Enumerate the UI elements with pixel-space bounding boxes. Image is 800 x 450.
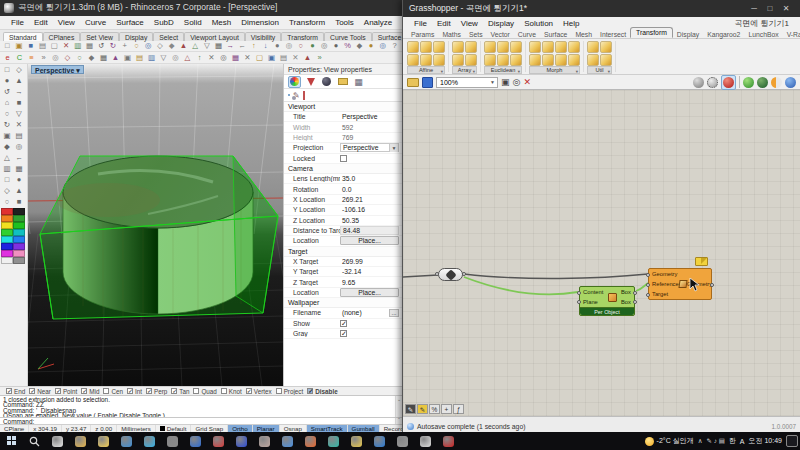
- shaded-preview-selected[interactable]: [721, 75, 736, 90]
- viewport-3d-scene[interactable]: [28, 64, 283, 386]
- tool-icon[interactable]: ○: [74, 53, 85, 63]
- ribbon-tool-icon[interactable]: [568, 54, 580, 66]
- ribbon-tool-icon[interactable]: [542, 54, 554, 66]
- tool-icon[interactable]: ○: [131, 41, 142, 51]
- save-file-icon[interactable]: [422, 77, 433, 88]
- sketch-tool-3[interactable]: +: [441, 404, 452, 414]
- color-swatch[interactable]: [13, 208, 25, 215]
- place-button[interactable]: Place...: [340, 236, 399, 245]
- tool-icon[interactable]: ▦: [84, 41, 95, 51]
- app-icon-16[interactable]: [414, 432, 437, 450]
- color-swatch[interactable]: [1, 236, 13, 243]
- sidebar-tool-icon[interactable]: ⌂: [1, 98, 13, 109]
- toolbar-tab-viewport-layout[interactable]: Viewport Layout: [184, 32, 245, 41]
- ribbon-tool-icon[interactable]: [407, 41, 419, 53]
- tool-icon[interactable]: ✕: [290, 53, 301, 63]
- ribbon-tool-icon[interactable]: [420, 41, 432, 53]
- properties-tab-material[interactable]: [304, 76, 317, 88]
- osnap-near[interactable]: ✓Near: [29, 388, 51, 395]
- bbox-grip-out1[interactable]: [633, 291, 637, 295]
- app-icon-4[interactable]: [138, 432, 161, 450]
- command-history[interactable]: ⌄1 closed extrusion added to selection.C…: [0, 396, 402, 417]
- app-icon-0[interactable]: [46, 432, 69, 450]
- tool-icon[interactable]: ◎: [284, 41, 295, 51]
- tool-icon[interactable]: ▦: [213, 41, 224, 51]
- gh-menu-edit[interactable]: Edit: [432, 19, 456, 28]
- osnap-perp[interactable]: ✓Perp: [146, 388, 167, 395]
- status-cell-4[interactable]: Millimeters: [117, 425, 156, 432]
- command-scrollbar[interactable]: ⌄: [395, 396, 402, 417]
- gh-tab-intersect[interactable]: Intersect: [596, 31, 630, 38]
- disable-solver-icon[interactable]: ✕: [523, 77, 531, 87]
- status-cell-1[interactable]: x 304.19: [29, 425, 62, 432]
- sidebar-tool-icon[interactable]: ●: [13, 175, 25, 186]
- color-swatch[interactable]: [13, 229, 25, 236]
- perspective-viewport[interactable]: Perspective ▾: [28, 64, 283, 386]
- bbox-grip-plane[interactable]: [577, 300, 581, 304]
- properties-tab-render[interactable]: [320, 76, 333, 88]
- ribbon-tool-icon[interactable]: [555, 41, 567, 53]
- tool-icon[interactable]: C: [14, 53, 25, 63]
- tool-icon[interactable]: ▤: [37, 41, 48, 51]
- gh-tab-kangaroo2[interactable]: Kangaroo2: [703, 31, 744, 38]
- tool-icon[interactable]: ▢: [49, 41, 60, 51]
- color-swatch[interactable]: [13, 243, 25, 250]
- color-swatch[interactable]: [13, 222, 25, 229]
- ribbon-tool-icon[interactable]: [510, 41, 522, 53]
- toolbar-tab-standard[interactable]: Standard: [3, 32, 43, 41]
- preview-mesh-quality-4[interactable]: [785, 77, 796, 88]
- color-swatch[interactable]: [13, 236, 25, 243]
- close-button[interactable]: ✕: [778, 4, 794, 13]
- morph-grip-output[interactable]: [710, 283, 714, 287]
- sidebar-tool-icon[interactable]: ▤: [13, 131, 25, 142]
- ime-korean[interactable]: 한: [729, 436, 736, 446]
- app-icon-14[interactable]: [368, 432, 391, 450]
- app-icon-10[interactable]: [276, 432, 299, 450]
- gh-tab-transform[interactable]: Transform: [630, 27, 673, 38]
- ribbon-tool-icon[interactable]: [465, 41, 477, 53]
- tool-icon[interactable]: e: [2, 53, 13, 63]
- gh-tab-curve[interactable]: Curve: [514, 31, 540, 38]
- status-cell-2[interactable]: y 23.47: [62, 425, 91, 432]
- tool-icon[interactable]: %: [342, 41, 353, 51]
- sketch-tool-0[interactable]: ✎: [405, 404, 416, 414]
- tool-icon[interactable]: ◆: [86, 53, 97, 63]
- ribbon-tool-icon[interactable]: [497, 41, 509, 53]
- notification-center-icon[interactable]: [786, 435, 798, 447]
- wallpaper-tab-icon[interactable]: [303, 92, 305, 99]
- toolbar-tab-visibility[interactable]: Visibility: [245, 32, 281, 41]
- app-icon-9[interactable]: [253, 432, 276, 450]
- tool-icon[interactable]: ◎: [378, 41, 389, 51]
- osnap-project[interactable]: Project: [276, 388, 304, 395]
- app-icon-13[interactable]: [345, 432, 368, 450]
- app-icon-8[interactable]: [230, 432, 253, 450]
- status-toggle-gumball[interactable]: Gumball: [348, 425, 380, 432]
- per-object-banner[interactable]: Per Object: [580, 307, 634, 315]
- sidebar-tool-icon[interactable]: ○: [1, 109, 13, 120]
- start-button[interactable]: [0, 432, 23, 450]
- toolbar-tab-set-view[interactable]: Set View: [80, 32, 119, 41]
- gh-menu-view[interactable]: View: [456, 19, 483, 28]
- param-input-grip[interactable]: [435, 272, 439, 276]
- status-toggle-record-history[interactable]: Record History: [380, 425, 402, 432]
- color-swatch[interactable]: [13, 257, 25, 264]
- sidebar-tool-icon[interactable]: ●: [1, 76, 13, 87]
- sidebar-tool-icon[interactable]: ▣: [1, 131, 13, 142]
- sidebar-tool-icon[interactable]: ←: [13, 153, 25, 164]
- app-icon-17[interactable]: [437, 432, 460, 450]
- ribbon-tool-icon[interactable]: [452, 54, 464, 66]
- tool-icon[interactable]: ◎: [319, 41, 330, 51]
- toolbar-tab-cplanes[interactable]: CPlanes: [43, 32, 81, 41]
- properties-tab-grid[interactable]: ▦: [352, 76, 365, 88]
- tool-icon[interactable]: ✕: [206, 53, 217, 63]
- status-toggle-osnap[interactable]: Osnap: [280, 425, 307, 432]
- sidebar-tool-icon[interactable]: →: [13, 87, 25, 98]
- ribbon-tool-icon[interactable]: [484, 41, 496, 53]
- input-plane[interactable]: Plane: [580, 299, 603, 305]
- tool-icon[interactable]: ▥: [146, 53, 157, 63]
- tool-icon[interactable]: ≡: [26, 53, 37, 63]
- tool-icon[interactable]: ▲: [302, 53, 313, 63]
- gh-tab-v-ray[interactable]: V-Ray: [783, 31, 800, 38]
- tool-icon[interactable]: ▣: [14, 41, 25, 51]
- tool-icon[interactable]: ↑: [248, 41, 259, 51]
